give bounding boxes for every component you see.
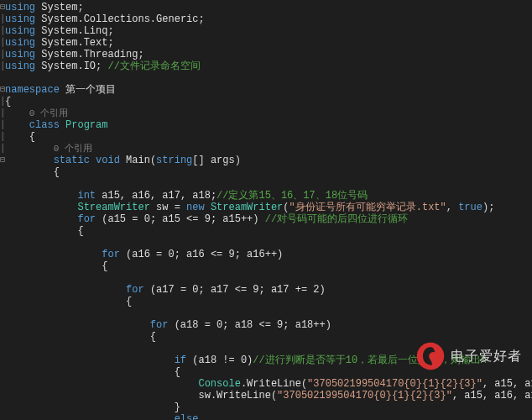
codelens-references[interactable]: 0 个引用 (54, 144, 92, 154)
keyword-using: using (5, 2, 35, 13)
codelens-references[interactable]: 0 个引用 (29, 108, 68, 118)
code-area[interactable]: using System; using System.Collections.G… (5, 0, 532, 420)
code-editor[interactable]: ⊟ │ │ │ │ │ ⊟ │ │ │ │ │ ⊟ using System; … (0, 0, 532, 420)
comment: //文件记录命名空间 (107, 60, 200, 72)
